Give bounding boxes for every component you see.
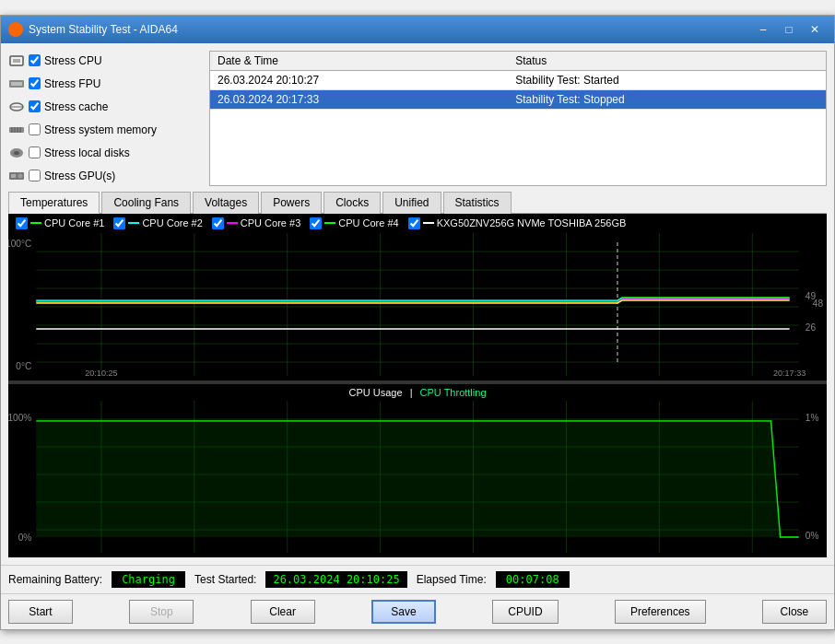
svg-text:20:17:33: 20:17:33	[773, 369, 806, 378]
log-header-datetime: Date & Time	[210, 52, 508, 71]
stress-fpu-label: Stress FPU	[44, 77, 100, 90]
main-window: System Stability Test - AIDA64 – □ ✕ Str…	[0, 15, 835, 630]
legend-core2-checkbox[interactable]	[113, 217, 125, 229]
cpu-icon	[8, 54, 25, 67]
svg-text:0%: 0%	[18, 533, 32, 543]
legend-core1-checkbox[interactable]	[16, 217, 28, 229]
disk-icon	[8, 146, 25, 159]
usage-separator: |	[410, 387, 413, 398]
log-status-2: Stability Test: Stopped	[508, 89, 826, 109]
close-button[interactable]: Close	[762, 600, 827, 624]
tab-unified[interactable]: Unified	[382, 192, 441, 214]
test-started-value: 26.03.2024 20:10:25	[265, 571, 406, 588]
svg-rect-14	[11, 174, 16, 178]
svg-text:1%: 1%	[806, 413, 819, 423]
tab-powers[interactable]: Powers	[261, 192, 322, 214]
stress-disks-checkbox[interactable]	[29, 146, 41, 158]
svg-text:20:10:25: 20:10:25	[85, 369, 117, 378]
stop-button[interactable]: Stop	[129, 600, 194, 624]
svg-point-12	[14, 151, 19, 155]
stress-options-panel: Stress CPU Stress FPU Stress cache	[8, 51, 202, 186]
stress-cache-label: Stress cache	[44, 100, 108, 113]
table-row: 26.03.2024 20:10:27 Stability Test: Star…	[210, 70, 826, 89]
svg-rect-3	[11, 82, 22, 86]
log-status-1: Stability Test: Started	[508, 70, 826, 89]
log-table: Date & Time Status 26.03.2024 20:10:27 S…	[209, 51, 827, 186]
stress-gpu-checkbox[interactable]	[29, 170, 41, 181]
svg-marker-56	[36, 421, 798, 537]
tab-clocks[interactable]: Clocks	[323, 192, 381, 214]
stress-memory-label: Stress system memory	[44, 123, 157, 136]
clear-button[interactable]: Clear	[251, 600, 315, 624]
test-started-label: Test Started:	[194, 573, 256, 586]
cache-icon	[8, 100, 25, 113]
legend-nvme-color	[423, 222, 434, 224]
legend-core3-checkbox[interactable]	[212, 217, 224, 229]
usage-chart-title: CPU Usage | CPU Throttling	[8, 384, 827, 401]
legend-item-core4: CPU Core #4	[310, 217, 398, 229]
svg-text:48: 48	[813, 299, 824, 309]
stress-gpu-label: Stress GPU(s)	[44, 170, 115, 182]
stress-memory-row: Stress system memory	[8, 120, 202, 140]
stress-cache-checkbox[interactable]	[29, 100, 41, 112]
minimize-button[interactable]: –	[751, 20, 775, 39]
temp-chart-legend: CPU Core #1 CPU Core #2 CPU Core #3	[8, 214, 827, 233]
tabs-bar: Temperatures Cooling Fans Voltages Power…	[8, 192, 827, 214]
legend-item-core2: CPU Core #2	[113, 217, 202, 229]
battery-value: Charging	[112, 571, 185, 588]
tab-voltages[interactable]: Voltages	[193, 192, 259, 214]
svg-point-15	[18, 173, 23, 178]
svg-text:26: 26	[806, 322, 817, 333]
stress-disks-row: Stress local disks	[8, 143, 202, 163]
svg-text:100%: 100%	[8, 413, 31, 423]
stress-cpu-checkbox[interactable]	[29, 54, 41, 66]
close-window-button[interactable]: ✕	[803, 20, 827, 39]
svg-text:0%: 0%	[806, 531, 819, 541]
legend-core2-color	[128, 222, 139, 224]
tab-temperatures[interactable]: Temperatures	[8, 192, 100, 214]
cpuid-button[interactable]: CPUID	[492, 600, 558, 624]
elapsed-time-value: 00:07:08	[496, 571, 570, 588]
status-bar: Remaining Battery: Charging Test Started…	[1, 565, 834, 593]
stress-fpu-row: Stress FPU	[8, 74, 202, 94]
stress-fpu-checkbox[interactable]	[29, 77, 41, 89]
throttling-label: CPU Throttling	[420, 387, 487, 398]
tab-cooling-fans[interactable]: Cooling Fans	[101, 192, 191, 214]
battery-label: Remaining Battery:	[8, 573, 102, 586]
temp-chart-display: 100°C 0°C 20:10:25 20:17:33	[8, 233, 827, 381]
titlebar-buttons: – □ ✕	[751, 20, 827, 39]
legend-item-core3: CPU Core #3	[212, 217, 300, 229]
titlebar-left: System Stability Test - AIDA64	[8, 22, 178, 37]
svg-text:100°C: 100°C	[8, 239, 31, 249]
stress-gpu-row: Stress GPU(s)	[8, 166, 202, 186]
stress-disks-label: Stress local disks	[44, 146, 130, 159]
maximize-button[interactable]: □	[777, 20, 801, 39]
app-icon	[8, 22, 23, 37]
window-title: System Stability Test - AIDA64	[29, 23, 178, 36]
stress-memory-checkbox[interactable]	[29, 123, 41, 135]
legend-core4-label: CPU Core #4	[338, 217, 398, 228]
legend-core4-color	[324, 222, 335, 224]
legend-nvme-checkbox[interactable]	[408, 217, 420, 229]
charts-area: CPU Core #1 CPU Core #2 CPU Core #3	[8, 214, 827, 557]
stress-cpu-label: Stress CPU	[44, 54, 102, 67]
tab-statistics[interactable]: Statistics	[443, 192, 512, 214]
legend-core1-label: CPU Core #1	[44, 217, 104, 228]
top-section: Stress CPU Stress FPU Stress cache	[8, 51, 827, 186]
log-header-status: Status	[508, 52, 826, 71]
log-datetime-2: 26.03.2024 20:17:33	[210, 89, 508, 109]
buttons-bar: Start Stop Clear Save CPUID Preferences …	[1, 593, 834, 629]
main-content: Stress CPU Stress FPU Stress cache	[1, 43, 834, 565]
legend-core4-checkbox[interactable]	[310, 217, 322, 229]
titlebar: System Stability Test - AIDA64 – □ ✕	[1, 16, 834, 43]
preferences-button[interactable]: Preferences	[615, 600, 706, 624]
memory-icon	[8, 123, 25, 136]
save-button[interactable]: Save	[371, 600, 436, 624]
start-button[interactable]: Start	[8, 600, 73, 624]
usage-chart-display: 100% 0% 1% 0%	[8, 401, 827, 557]
svg-rect-6	[9, 127, 24, 133]
legend-nvme-label: KXG50ZNV256G NVMe TOSHIBA 256GB	[437, 217, 627, 228]
log-datetime-1: 26.03.2024 20:10:27	[210, 70, 508, 89]
legend-item-core1: CPU Core #1	[16, 217, 104, 229]
usage-chart: CPU Usage | CPU Throttling	[8, 384, 827, 557]
